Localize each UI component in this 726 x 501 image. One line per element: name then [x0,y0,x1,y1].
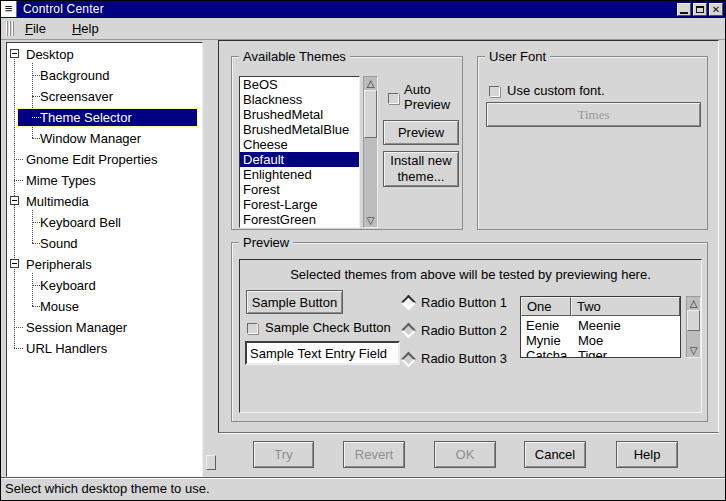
revert-button[interactable]: Revert [343,441,405,468]
scrollbar-thumb[interactable] [687,310,700,331]
theme-list: BeOS Blackness BrushedMetal BrushedMetal… [239,76,360,228]
theme-item-beos[interactable]: BeOS [240,77,359,92]
maximize-button[interactable] [693,3,707,16]
preview-caption: Selected themes from above will be teste… [240,267,701,282]
tree-item-mime-types[interactable]: Mime Types [7,170,202,191]
close-icon: ✕ [712,5,720,15]
theme-item-blackness[interactable]: Blackness [240,92,359,107]
theme-item-enlightened[interactable]: Enlightened [240,167,359,182]
pane-divider[interactable] [204,42,218,477]
ok-button[interactable]: OK [434,441,496,468]
table-row[interactable]: Eenie Meenie [521,318,680,333]
menu-help[interactable]: Help [66,19,105,38]
menubar-drag-handle[interactable] [6,21,15,36]
control-center-window: ≡ Control Center ✕ File Help Desktop Bac… [0,0,726,501]
sample-text-entry-field[interactable] [245,341,400,365]
radio-button-3-label: Radio Button 3 [421,348,507,369]
collapse-expander-icon[interactable] [10,196,19,205]
auto-preview-checkbox[interactable] [388,93,399,104]
theme-item-default-selected[interactable]: Default [240,152,359,167]
tree-item-gnome-edit-properties[interactable]: Gnome Edit Properties [7,149,202,170]
scroll-down-icon[interactable]: ▽ [687,344,700,357]
preview-frame-label: Preview [239,235,293,250]
tree-item-keyboard-bell[interactable]: Keyboard Bell [7,212,202,233]
scroll-up-icon[interactable]: △ [687,297,700,310]
tree-item-sound[interactable]: Sound [7,233,202,254]
table-row[interactable]: Catcha Tiger [521,348,680,358]
font-picker-button[interactable]: Times [486,102,701,127]
radio-button-3[interactable] [401,352,417,368]
available-themes-frame-label: Available Themes [239,49,350,64]
theme-item-brushedmetalblue[interactable]: BrushedMetalBlue [240,122,359,137]
radio-button-1-label: Radio Button 1 [421,292,507,313]
scrollbar-thumb[interactable] [364,90,377,138]
status-bar: Select which desktop theme to use. [1,477,725,499]
sample-check-button-checkbox[interactable] [247,323,258,334]
titlebar[interactable]: ≡ Control Center ✕ [1,1,725,18]
theme-item-forest-large[interactable]: Forest-Large [240,197,359,212]
theme-list-scrollbar[interactable]: △ ▽ [363,76,378,228]
minimize-icon [680,12,688,14]
tree-item-keyboard[interactable]: Keyboard [7,275,202,296]
scroll-up-icon[interactable]: △ [364,77,377,90]
window-menu-icon[interactable]: ≡ [1,1,17,17]
radio-button-1[interactable] [401,295,417,311]
help-button[interactable]: Help [616,441,678,468]
capplet-panel: Available Themes BeOS Blackness BrushedM… [218,40,719,433]
theme-item-forestgreen[interactable]: ForestGreen [240,212,359,227]
collapse-expander-icon[interactable] [10,259,19,268]
use-custom-font-checkbox[interactable] [489,86,500,97]
tree-item-multimedia[interactable]: Multimedia [7,191,202,212]
category-tree: Desktop Background Screensaver Theme Sel… [6,42,203,477]
theme-item-cheese[interactable]: Cheese [240,137,359,152]
theme-item-brushedmetal[interactable]: BrushedMetal [240,107,359,122]
auto-preview-label: Auto Preview [404,82,450,112]
radio-button-2-label: Radio Button 2 [421,320,507,341]
collapse-expander-icon[interactable] [10,49,19,58]
tree-item-peripherals[interactable]: Peripherals [7,254,202,275]
table-row[interactable]: Mynie Moe [521,333,680,348]
preview-area: Selected themes from above will be teste… [239,259,702,413]
install-new-theme-button[interactable]: Install new theme... [383,151,459,187]
cancel-button[interactable]: Cancel [524,441,586,468]
column-header-one[interactable]: One [521,297,571,316]
menu-file[interactable]: File [19,19,52,38]
scroll-down-icon[interactable]: ▽ [364,214,377,227]
tree-item-session-manager[interactable]: Session Manager [7,317,202,338]
menubar: File Help [1,18,725,40]
tree-item-screensaver[interactable]: Screensaver [7,86,202,107]
sample-list-table: One Two Eenie Meenie Mynie Moe Catcha [520,296,681,358]
user-font-frame: User Font Use custom font. Times [477,56,708,230]
minimize-button[interactable] [677,3,691,16]
available-themes-frame: Available Themes BeOS Blackness BrushedM… [231,56,463,230]
tree-item-mouse[interactable]: Mouse [7,296,202,317]
close-button[interactable]: ✕ [709,3,723,16]
tree-item-url-handlers[interactable]: URL Handlers [7,338,202,359]
try-button[interactable]: Try [253,441,314,468]
preview-frame: Preview Selected themes from above will … [231,242,708,422]
radio-button-2[interactable] [401,323,417,339]
column-header-two[interactable]: Two [571,297,680,316]
sample-button[interactable]: Sample Button [246,290,343,314]
window-title: Control Center [23,1,104,18]
tree-item-theme-selector-selected[interactable]: Theme Selector [17,108,198,127]
use-custom-font-label: Use custom font. [507,80,605,102]
preview-button[interactable]: Preview [383,120,459,145]
tree-item-window-manager[interactable]: Window Manager [7,128,202,149]
maximize-icon [696,6,704,13]
theme-item-forest[interactable]: Forest [240,182,359,197]
sample-list-scrollbar[interactable]: △ ▽ [686,296,701,358]
tree-item-desktop[interactable]: Desktop [7,44,202,65]
pane-scrollbar-thumb[interactable] [206,455,216,470]
user-font-frame-label: User Font [485,49,550,64]
tree-item-background[interactable]: Background [7,65,202,86]
sample-check-button-label: Sample Check Button [265,317,391,339]
